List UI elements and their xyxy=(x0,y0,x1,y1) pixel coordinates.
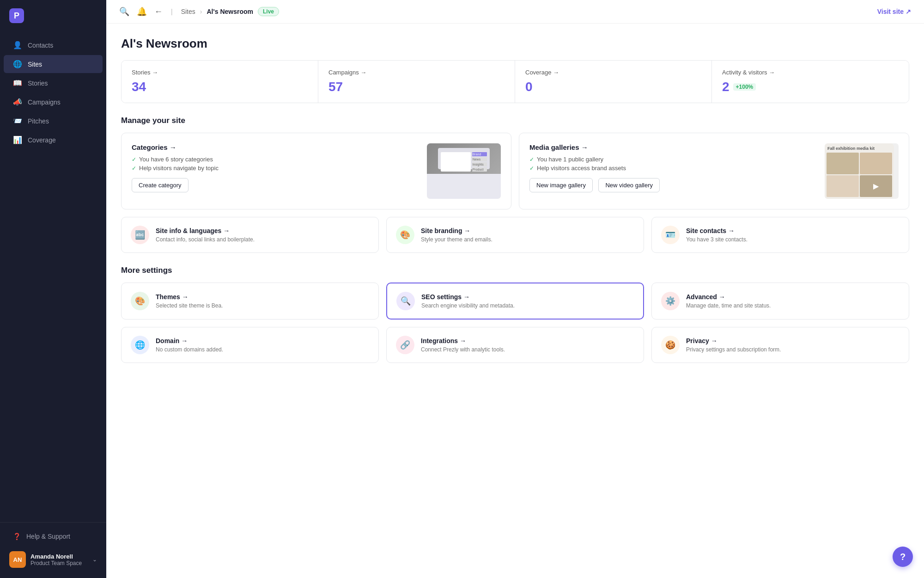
media-checks: ✓ You have 1 public gallery ✓ Help visit… xyxy=(529,156,817,172)
site-branding-desc: Style your theme and emails. xyxy=(421,236,492,243)
privacy-card[interactable]: 🍪 Privacy → Privacy settings and subscri… xyxy=(651,327,909,363)
help-fab-button[interactable]: ? xyxy=(893,547,913,567)
search-button[interactable]: 🔍 xyxy=(119,6,129,17)
campaigns-icon: 📣 xyxy=(13,98,22,106)
visit-site-link[interactable]: Visit site ↗ xyxy=(877,8,911,15)
media-check-2: ✓ Help visitors access brand assets xyxy=(529,165,817,172)
site-contacts-desc: You have 3 site contacts. xyxy=(686,236,748,243)
integrations-icon: 🔗 xyxy=(396,336,414,354)
sidebar-item-help[interactable]: ❓ Help & Support xyxy=(4,528,103,545)
domain-desc: No custom domains added. xyxy=(156,346,223,353)
topbar: 🔍 🔔 ← | Sites › Al's Newsroom Live Visit… xyxy=(106,0,924,24)
sidebar-item-contacts[interactable]: 👤Contacts xyxy=(4,36,103,54)
topbar-right: Visit site ↗ xyxy=(877,8,911,15)
categories-checks: ✓ You have 6 story categories ✓ Help vis… xyxy=(132,156,419,172)
user-profile[interactable]: AN Amanda Norell Product Team Space ⌄ xyxy=(4,547,103,572)
manage-grid: Categories → ✓ You have 6 story categori… xyxy=(121,133,909,209)
sidebar-item-label: Contacts xyxy=(28,42,53,49)
main-content: 🔍 🔔 ← | Sites › Al's Newsroom Live Visit… xyxy=(106,0,924,578)
sidebar: P 👤Contacts🌐Sites📖Stories📣Campaigns📨Pitc… xyxy=(0,0,106,578)
sidebar-item-sites[interactable]: 🌐Sites xyxy=(4,55,103,73)
live-badge: Live xyxy=(258,7,279,16)
site-branding-card[interactable]: 🎨 Site branding → Style your theme and e… xyxy=(386,217,644,253)
help-label: Help & Support xyxy=(26,533,70,540)
stat-stories-label: Stories → xyxy=(132,69,308,76)
site-branding-text: Site branding → Style your theme and ema… xyxy=(421,227,492,243)
settings-row: 🔤 Site info & languages → Contact info, … xyxy=(121,217,909,253)
seo-text: SEO settings → Search engine visibility … xyxy=(421,293,515,309)
site-contacts-card[interactable]: 🪪 Site contacts → You have 3 site contac… xyxy=(651,217,909,253)
stat-activity[interactable]: Activity & visitors → 2 +100% xyxy=(712,61,909,103)
site-info-card[interactable]: 🔤 Site info & languages → Contact info, … xyxy=(121,217,379,253)
stories-icon: 📖 xyxy=(13,79,22,87)
site-branding-title: Site branding → xyxy=(421,227,492,234)
stat-campaigns[interactable]: Campaigns → 57 xyxy=(318,61,515,103)
user-info: Amanda Norell Product Team Space xyxy=(30,553,88,566)
sidebar-item-campaigns[interactable]: 📣Campaigns xyxy=(4,93,103,111)
avatar: AN xyxy=(9,551,26,568)
domain-card[interactable]: 🌐 Domain → No custom domains added. xyxy=(121,327,379,363)
media-check-1: ✓ You have 1 public gallery xyxy=(529,156,817,163)
media-galleries-card: Media galleries → ✓ You have 1 public ga… xyxy=(519,133,909,209)
seo-icon: 🔍 xyxy=(396,292,415,310)
topbar-left: 🔍 🔔 ← | Sites › Al's Newsroom Live xyxy=(119,6,279,17)
integrations-card[interactable]: 🔗 Integrations → Connect Prezly with ana… xyxy=(386,327,644,363)
content-area: Al's Newsroom Stories → 34 Campaigns → 5… xyxy=(106,24,924,376)
coverage-icon: 📊 xyxy=(13,135,22,144)
integrations-desc: Connect Prezly with analytic tools. xyxy=(421,346,505,353)
domain-icon: 🌐 xyxy=(131,336,149,354)
app-logo: P xyxy=(9,8,24,23)
manage-section-title: Manage your site xyxy=(121,116,909,125)
seo-title: SEO settings → xyxy=(421,293,515,301)
stat-coverage-label: Coverage → xyxy=(525,69,701,76)
breadcrumb-current: Al's Newsroom xyxy=(207,8,253,15)
sidebar-logo: P xyxy=(0,0,106,31)
domain-text: Domain → No custom domains added. xyxy=(156,337,223,353)
media-galleries-card-content: Media galleries → ✓ You have 1 public ga… xyxy=(529,143,817,199)
sidebar-item-label: Pitches xyxy=(28,117,49,125)
sidebar-item-stories[interactable]: 📖Stories xyxy=(4,74,103,92)
themes-card[interactable]: 🎨 Themes → Selected site theme is Bea. xyxy=(121,283,379,320)
site-contacts-text: Site contacts → You have 3 site contacts… xyxy=(686,227,748,243)
user-space: Product Team Space xyxy=(30,560,88,566)
check-icon-1: ✓ xyxy=(132,156,136,163)
media-galleries-title: Media galleries → xyxy=(529,143,817,151)
check-icon-3: ✓ xyxy=(529,156,534,163)
seo-settings-card[interactable]: 🔍 SEO settings → Search engine visibilit… xyxy=(386,283,644,320)
themes-title: Themes → xyxy=(156,293,223,301)
site-branding-icon: 🎨 xyxy=(396,226,414,244)
stat-stories[interactable]: Stories → 34 xyxy=(122,61,318,103)
notifications-button[interactable]: 🔔 xyxy=(137,6,147,17)
external-link-icon: ↗ xyxy=(906,8,911,15)
sidebar-bottom: ❓ Help & Support AN Amanda Norell Produc… xyxy=(0,522,106,578)
privacy-text: Privacy → Privacy settings and subscript… xyxy=(686,337,781,353)
help-icon: ❓ xyxy=(13,533,21,540)
advanced-card[interactable]: ⚙️ Advanced → Manage date, time and site… xyxy=(651,283,909,320)
stat-activity-row: 2 +100% xyxy=(722,80,899,94)
sidebar-item-label: Stories xyxy=(28,80,48,87)
advanced-text: Advanced → Manage date, time and site st… xyxy=(686,293,771,309)
stat-campaigns-label: Campaigns → xyxy=(328,69,505,76)
themes-text: Themes → Selected site theme is Bea. xyxy=(156,293,223,309)
user-name: Amanda Norell xyxy=(30,553,88,560)
categories-check-1: ✓ You have 6 story categories xyxy=(132,156,419,163)
categories-card: Categories → ✓ You have 6 story categori… xyxy=(121,133,511,209)
categories-check-2: ✓ Help visitors navigate by topic xyxy=(132,165,419,172)
sidebar-item-label: Coverage xyxy=(28,136,56,144)
create-category-button[interactable]: Create category xyxy=(132,178,188,192)
themes-icon: 🎨 xyxy=(131,292,149,310)
new-video-gallery-button[interactable]: New video gallery xyxy=(598,178,660,192)
site-info-title: Site info & languages → xyxy=(156,227,255,234)
sidebar-item-pitches[interactable]: 📨Pitches xyxy=(4,112,103,130)
stat-campaigns-value: 57 xyxy=(328,80,505,94)
site-info-text: Site info & languages → Contact info, so… xyxy=(156,227,255,243)
site-info-icon: 🔤 xyxy=(131,226,149,244)
back-button[interactable]: ← xyxy=(154,7,163,17)
sidebar-item-coverage[interactable]: 📊Coverage xyxy=(4,131,103,149)
categories-title: Categories → xyxy=(132,143,419,151)
chevron-icon: ⌄ xyxy=(92,556,97,563)
stat-coverage[interactable]: Coverage → 0 xyxy=(515,61,712,103)
more-settings-title: More settings xyxy=(121,266,909,275)
new-image-gallery-button[interactable]: New image gallery xyxy=(529,178,593,192)
breadcrumb-sites[interactable]: Sites xyxy=(181,8,195,15)
